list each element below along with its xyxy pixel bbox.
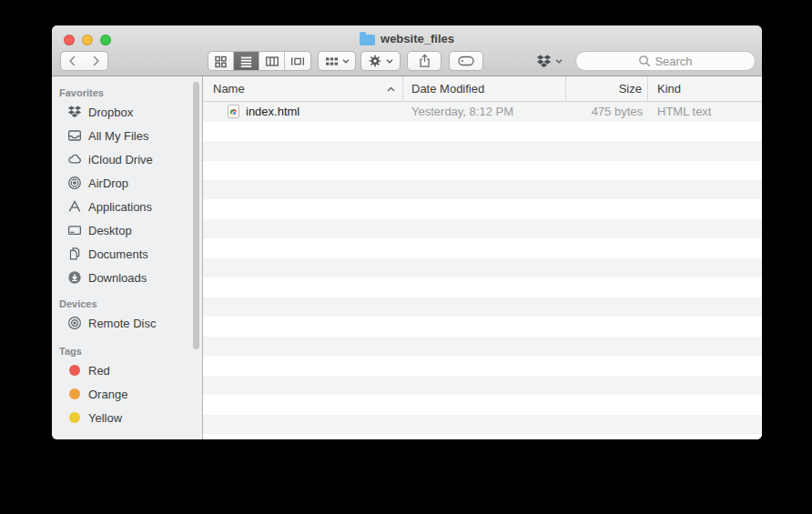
sidebar-item-label: AirDrop <box>88 176 128 190</box>
titlebar-toolbar: website_files <box>52 25 762 76</box>
cloud-icon <box>67 152 82 166</box>
sidebar-section-devices: Devices <box>59 297 202 311</box>
red-tag-icon <box>67 363 82 378</box>
dropbox-icon <box>67 105 82 119</box>
action-menu-button[interactable] <box>360 51 401 71</box>
search-icon <box>638 55 651 67</box>
html-file-icon <box>228 105 239 118</box>
sidebar-item-label: Orange <box>88 388 127 401</box>
chevron-left-icon <box>68 55 76 66</box>
sidebar-item-icloud-drive[interactable]: iCloud Drive <box>52 147 202 171</box>
sort-ascending-icon <box>387 86 395 92</box>
arrange-button[interactable] <box>318 51 356 71</box>
file-list: Name Date Modified Size Kind <box>203 76 762 439</box>
list-view-icon <box>239 55 253 68</box>
applications-icon <box>67 199 82 214</box>
file-date-modified: Yesterday, 8:12 PM <box>403 105 566 118</box>
sidebar-item-label: Remote Disc <box>88 317 156 330</box>
orange-tag-icon <box>67 387 82 401</box>
file-name: index.html <box>246 105 299 118</box>
sidebar-item-tag-orange[interactable]: Orange <box>52 382 202 406</box>
sidebar: Favorites Dropbox All My Files <box>52 76 203 439</box>
window-title: website_files <box>52 32 762 45</box>
column-header-name[interactable]: Name <box>203 76 403 101</box>
coverflow-view-button[interactable] <box>285 52 310 70</box>
finder-window: website_files <box>52 25 762 439</box>
dropbox-menu-button[interactable] <box>529 51 569 71</box>
tag-button[interactable] <box>449 51 483 71</box>
column-view-button[interactable] <box>259 52 285 70</box>
list-header: Name Date Modified Size Kind <box>203 76 762 102</box>
sidebar-item-applications[interactable]: Applications <box>52 195 202 218</box>
arrange-icon <box>325 55 339 67</box>
gear-icon <box>368 54 382 68</box>
sidebar-item-label: Red <box>88 364 110 378</box>
chevron-right-icon <box>92 55 100 66</box>
view-mode-segmented-control <box>208 51 311 71</box>
folder-icon <box>360 35 375 45</box>
back-button[interactable] <box>60 51 85 71</box>
sidebar-scrollbar[interactable] <box>193 82 199 349</box>
coverflow-view-icon <box>290 55 305 68</box>
tag-icon <box>458 55 474 66</box>
column-header-date-modified[interactable]: Date Modified <box>403 76 566 101</box>
dropbox-icon <box>536 55 552 68</box>
sidebar-item-label: Yellow <box>88 411 122 425</box>
table-row[interactable]: index.html Yesterday, 8:12 PM 475 bytes … <box>203 102 762 122</box>
all-my-files-icon <box>67 128 82 143</box>
column-view-icon <box>265 55 279 68</box>
sidebar-item-label: Documents <box>88 247 148 261</box>
sidebar-item-label: All My Files <box>88 129 148 143</box>
sidebar-item-dropbox[interactable]: Dropbox <box>52 100 202 124</box>
sidebar-item-remote-disc[interactable]: Remote Disc <box>52 311 202 335</box>
desktop-icon <box>67 223 82 237</box>
remote-disc-icon <box>67 316 82 330</box>
sidebar-item-label: Desktop <box>88 224 132 237</box>
column-header-size[interactable]: Size <box>566 76 648 101</box>
downloads-icon <box>67 270 82 285</box>
sidebar-item-tag-yellow[interactable]: Yellow <box>52 406 202 429</box>
window-body: Favorites Dropbox All My Files <box>52 76 762 439</box>
file-kind: HTML text <box>648 105 762 118</box>
sidebar-item-label: iCloud Drive <box>88 153 153 166</box>
share-icon <box>418 54 431 68</box>
documents-icon <box>67 247 82 261</box>
chevron-down-icon <box>342 59 350 64</box>
sidebar-item-label: Applications <box>88 200 152 214</box>
sidebar-item-airdrop[interactable]: AirDrop <box>52 171 202 195</box>
forward-button[interactable] <box>84 51 108 71</box>
airdrop-icon <box>67 176 82 190</box>
chevron-down-icon <box>555 59 563 64</box>
sidebar-section-tags: Tags <box>59 344 202 358</box>
chevron-down-icon <box>386 59 393 64</box>
icon-view-icon <box>214 55 228 68</box>
sidebar-section-favorites: Favorites <box>59 86 202 100</box>
list-view-button[interactable] <box>234 52 259 70</box>
yellow-tag-icon <box>67 410 82 425</box>
sidebar-item-label: Dropbox <box>88 106 133 119</box>
icon-view-button[interactable] <box>208 52 234 70</box>
file-rows-area: index.html Yesterday, 8:12 PM 475 bytes … <box>203 102 762 439</box>
file-size: 475 bytes <box>566 105 648 118</box>
sidebar-item-documents[interactable]: Documents <box>52 242 202 266</box>
search-placeholder: Search <box>655 55 692 68</box>
sidebar-item-desktop[interactable]: Desktop <box>52 218 202 242</box>
screenshot-background: website_files <box>0 0 812 514</box>
sidebar-item-all-my-files[interactable]: All My Files <box>52 124 202 147</box>
column-header-kind[interactable]: Kind <box>648 76 762 101</box>
sidebar-item-downloads[interactable]: Downloads <box>52 266 202 289</box>
share-button[interactable] <box>407 51 442 71</box>
window-title-text: website_files <box>381 32 454 45</box>
search-input[interactable]: Search <box>575 51 756 71</box>
toolbar: Search <box>52 51 762 71</box>
sidebar-item-label: Downloads <box>88 271 147 285</box>
sidebar-item-tag-red[interactable]: Red <box>52 358 202 382</box>
